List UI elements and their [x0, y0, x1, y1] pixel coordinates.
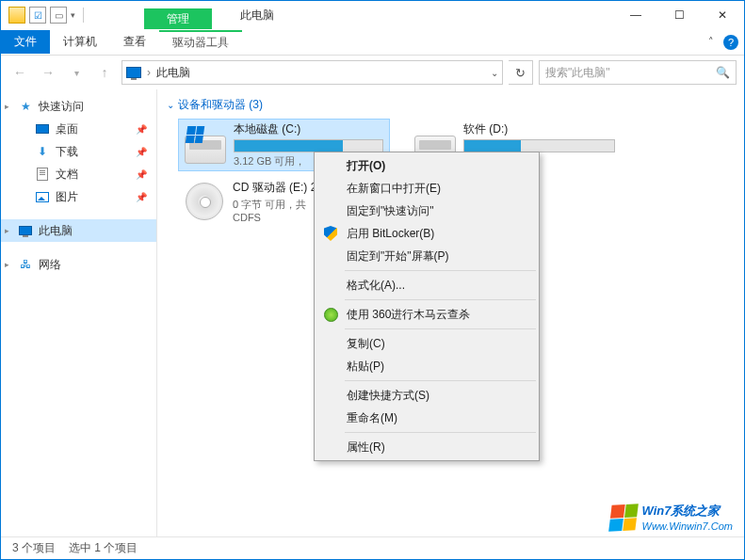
sidebar-item-pictures[interactable]: 图片 📌	[1, 185, 156, 208]
menu-item-label: 属性(R)	[347, 440, 385, 456]
menu-item[interactable]: 在新窗口中打开(E)	[316, 177, 537, 200]
menu-item[interactable]: 复制(C)	[316, 332, 537, 355]
sidebar-label: 快速访问	[39, 99, 84, 115]
ribbon-context-tab[interactable]: 管理	[144, 8, 212, 29]
star-icon: ★	[18, 99, 33, 114]
maximize-button[interactable]: ☐	[657, 1, 701, 29]
watermark: Win7系统之家 Www.Winwin7.Com	[610, 504, 733, 533]
quick-access-toolbar: ☑ ▭ ▾	[1, 7, 88, 24]
menu-item[interactable]: 使用 360进行木马云查杀	[316, 303, 537, 326]
sidebar-network[interactable]: ▸ 🖧 网络	[1, 253, 156, 276]
menu-item[interactable]: 属性(R)	[316, 436, 537, 458]
pin-icon: 📌	[136, 147, 147, 157]
sidebar-item-documents[interactable]: 文档 📌	[1, 163, 156, 185]
section-header-devices[interactable]: ⌄ 设备和驱动器 (3)	[167, 97, 735, 113]
section-title: 设备和驱动器 (3)	[178, 97, 263, 113]
address-input[interactable]: › 此电脑 ⌄	[121, 60, 503, 85]
drive-name: 软件 (D:)	[463, 121, 615, 137]
status-item-count: 3 个项目	[12, 540, 56, 556]
qat-separator	[83, 8, 84, 23]
menu-item-label: 启用 BitLocker(B)	[347, 226, 434, 242]
minimize-button[interactable]: —	[614, 1, 657, 29]
menu-item-label: 在新窗口中打开(E)	[347, 181, 441, 197]
sidebar-item-label: 此电脑	[39, 223, 73, 239]
ribbon-tab-view[interactable]: 查看	[110, 30, 159, 54]
sidebar-item-desktop[interactable]: 桌面 📌	[1, 118, 156, 140]
breadcrumb-chevron-icon[interactable]: ›	[147, 66, 151, 79]
menu-item[interactable]: 创建快捷方式(S)	[316, 384, 537, 407]
close-button[interactable]: ✕	[701, 1, 744, 29]
menu-item-label: 使用 360进行木马云查杀	[347, 307, 470, 323]
cd-icon	[186, 183, 223, 220]
sidebar-item-label: 图片	[56, 189, 78, 205]
nav-back-button[interactable]: ←	[8, 61, 31, 84]
menu-separator	[345, 270, 536, 271]
window-title: 此电脑	[240, 8, 274, 24]
tree-expand-icon[interactable]: ▸	[5, 102, 9, 111]
menu-separator	[345, 380, 536, 381]
address-dropdown-icon[interactable]: ⌄	[491, 68, 498, 78]
qat-dropdown-icon[interactable]: ▾	[71, 10, 75, 20]
search-input[interactable]: 搜索"此电脑" 🔍	[539, 60, 737, 85]
pc-icon	[126, 67, 141, 78]
watermark-line1: Win7系统之家	[642, 504, 733, 520]
ribbon-tabs: 文件 计算机 查看 驱动器工具 ˄ ?	[1, 29, 744, 56]
qat-properties-icon[interactable]: ☑	[29, 7, 46, 24]
drive-usage-bar	[463, 139, 615, 152]
nav-forward-button[interactable]: →	[37, 61, 59, 84]
nav-up-button[interactable]: ↑	[93, 61, 116, 84]
ribbon-tab-computer[interactable]: 计算机	[50, 30, 110, 54]
tree-expand-icon[interactable]: ▸	[5, 226, 9, 235]
menu-separator	[345, 432, 536, 433]
context-menu: 打开(O)在新窗口中打开(E)固定到"快速访问"启用 BitLocker(B)固…	[314, 152, 540, 461]
menu-item[interactable]: 启用 BitLocker(B)	[316, 222, 537, 245]
document-icon	[37, 168, 48, 181]
sidebar-item-downloads[interactable]: ⬇ 下载 📌	[1, 140, 156, 163]
qat-newfolder-icon[interactable]: ▭	[50, 7, 67, 24]
pin-icon: 📌	[136, 169, 147, 180]
sidebar-quick-access[interactable]: ▸ ★ 快速访问	[1, 95, 156, 118]
picture-icon	[36, 192, 49, 202]
download-icon: ⬇	[35, 144, 50, 159]
chevron-down-icon[interactable]: ⌄	[167, 100, 174, 110]
shield-icon	[324, 226, 337, 241]
menu-separator	[345, 328, 536, 329]
menu-item[interactable]: 固定到"开始"屏幕(P)	[316, 245, 537, 267]
breadcrumb-current[interactable]: 此电脑	[156, 65, 190, 81]
drive-name: 本地磁盘 (C:)	[234, 121, 383, 137]
menu-item-label: 固定到"开始"屏幕(P)	[347, 248, 449, 264]
nav-recent-dropdown[interactable]: ▾	[65, 61, 88, 84]
360-icon	[324, 308, 338, 322]
menu-item-label: 固定到"快速访问"	[347, 203, 434, 219]
qat-folder-icon[interactable]	[8, 7, 25, 24]
menu-item[interactable]: 粘贴(P)	[316, 355, 537, 377]
menu-item-label: 复制(C)	[347, 336, 385, 352]
watermark-line2: Www.Winwin7.Com	[642, 520, 733, 533]
status-selection: 选中 1 个项目	[69, 540, 138, 556]
menu-item[interactable]: 打开(O)	[316, 154, 537, 177]
search-icon[interactable]: 🔍	[716, 66, 730, 79]
ribbon-tab-drive-tools[interactable]: 驱动器工具	[159, 30, 242, 54]
status-bar: 3 个项目 选中 1 个项目	[1, 536, 744, 559]
windows-flag-icon	[608, 504, 639, 532]
titlebar: ☑ ▭ ▾ 管理 此电脑 — ☐ ✕	[1, 1, 744, 29]
desktop-icon	[36, 124, 49, 134]
menu-item-label: 重命名(M)	[347, 410, 397, 426]
menu-item[interactable]: 重命名(M)	[316, 407, 537, 429]
sidebar-this-pc[interactable]: ▸ 此电脑	[1, 219, 156, 242]
menu-item-label: 打开(O)	[347, 158, 385, 174]
sidebar-item-label: 下载	[56, 144, 78, 160]
ribbon-file-tab[interactable]: 文件	[1, 30, 50, 54]
address-bar: ← → ▾ ↑ › 此电脑 ⌄ ↻ 搜索"此电脑" 🔍	[1, 56, 744, 89]
pin-icon: 📌	[136, 124, 147, 135]
menu-item-label: 创建快捷方式(S)	[347, 388, 429, 404]
refresh-button[interactable]: ↻	[509, 60, 533, 85]
help-icon[interactable]: ?	[723, 35, 738, 50]
menu-item[interactable]: 格式化(A)...	[316, 274, 537, 296]
pc-icon	[19, 226, 32, 235]
ribbon-collapse-icon[interactable]: ˄	[708, 36, 714, 48]
windows-logo-icon	[186, 126, 205, 143]
tree-expand-icon[interactable]: ▸	[5, 260, 9, 269]
menu-item[interactable]: 固定到"快速访问"	[316, 200, 537, 222]
sidebar-item-label: 桌面	[56, 121, 78, 137]
